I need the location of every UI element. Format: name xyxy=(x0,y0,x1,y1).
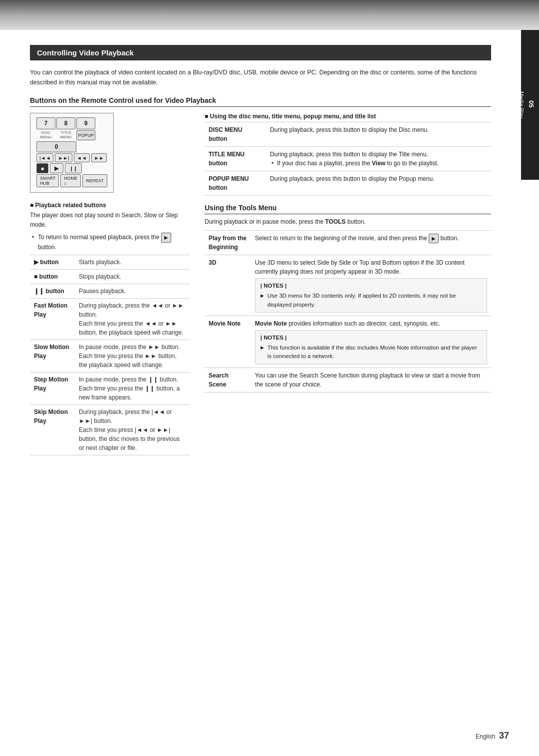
remote-btn-smart: SMARTHUB xyxy=(36,174,59,187)
func-key: Skip MotionPlay xyxy=(30,404,75,455)
func-key: Slow MotionPlay xyxy=(30,340,75,372)
remote-nav-row1: |◄◄ ►►| ◄◄ ►► xyxy=(36,153,107,162)
search-scene-key: Search Scene xyxy=(205,368,251,392)
title-menu-value: During playback, press this button to di… xyxy=(266,147,491,171)
play-beginning-key: Play from theBeginning xyxy=(205,231,251,255)
play-beginning-value: Select to return to the beginning of the… xyxy=(251,231,491,255)
intro-paragraph: You can control the playback of video co… xyxy=(30,67,491,87)
remote-label-row: DISC MENU TITLE MENU POPUP xyxy=(36,130,107,140)
remote-btn-home: HOME⌂ xyxy=(60,174,81,187)
remote-btn-7: 7 xyxy=(36,117,55,129)
notes-item-3d: Use 3D menu for 3D contents only. If app… xyxy=(261,292,482,309)
remote-btn-8: 8 xyxy=(56,117,75,129)
table-row: Step MotionPlay In pause mode, press the… xyxy=(30,372,190,404)
remote-control-diagram: 7 8 9 DISC MENU TITLE MENU POPUP 0 |◄◄ xyxy=(30,113,114,193)
right-column: ■ Using the disc menu, title menu, popup… xyxy=(205,113,491,392)
playback-function-table: ▶ button Starts playback. ■ button Stops… xyxy=(30,255,190,455)
left-column: 7 8 9 DISC MENU TITLE MENU POPUP 0 |◄◄ xyxy=(30,113,190,463)
movie-note-value: Movie Note provides information such as … xyxy=(251,316,491,368)
page-lang-label: English xyxy=(476,733,495,740)
func-key: ▶ button xyxy=(30,255,75,269)
top-decorative-bar xyxy=(0,0,539,30)
remote-btn-stop: ■ xyxy=(36,163,48,173)
table-row: TITLE MENUbutton During playback, press … xyxy=(205,147,491,171)
subsection1-heading: Buttons on the Remote Control used for V… xyxy=(30,96,491,107)
disc-menu-label: DISC MENU xyxy=(36,130,55,140)
table-row: ▶ button Starts playback. xyxy=(30,255,190,269)
func-key: Step MotionPlay xyxy=(30,372,75,404)
search-scene-value: You can use the Search Scene function du… xyxy=(251,368,491,392)
func-value: Pauses playback. xyxy=(75,284,190,298)
func-key: Fast MotionPlay xyxy=(30,298,75,340)
table-row: ■ button Stops playback. xyxy=(30,269,190,284)
table-row: Search Scene You can use the Search Scen… xyxy=(205,368,491,392)
chapter-label: Media Play xyxy=(519,91,525,118)
remote-bottom-row: SMARTHUB HOME⌂ REPEAT xyxy=(36,174,107,187)
movie-note-notes-box: | NOTES | This function is available if … xyxy=(255,330,487,365)
title-menu-key: TITLE MENUbutton xyxy=(205,147,266,171)
title-menu-label: TITLE MENU xyxy=(56,130,75,140)
page-number-area: English 37 xyxy=(476,731,509,741)
remote-number-row: 7 8 9 xyxy=(36,117,107,129)
tools-table: Play from theBeginning Select to return … xyxy=(205,230,491,392)
remote-btn-rew: ◄◄ xyxy=(74,153,90,162)
remote-btn-pause: ❙❙ xyxy=(65,163,82,173)
table-row: Play from theBeginning Select to return … xyxy=(205,231,491,255)
movie-note-key: Movie Note xyxy=(205,316,251,368)
tools-heading: Using the Tools Menu xyxy=(205,204,491,214)
remote-btn-fwd: ►► xyxy=(91,153,107,162)
section-title: Controlling Video Playback xyxy=(30,45,491,60)
main-content: Controlling Video Playback You can contr… xyxy=(0,30,521,493)
func-value: In pause mode, press the ►► button.Each … xyxy=(75,340,190,372)
tools-intro: During playback or in pause mode, press … xyxy=(205,218,491,225)
func-value: Starts playback. xyxy=(75,255,190,269)
remote-play-row: ■ ▶ ❙❙ xyxy=(36,163,107,173)
notes-item-movie: This function is available if the disc i… xyxy=(261,344,482,361)
remote-btn-0: 0 xyxy=(36,141,76,152)
chapter-side-tab: 05 Media Play xyxy=(521,30,539,180)
remote-btn-next: ►►| xyxy=(55,153,72,162)
notes-title-3d: | NOTES | xyxy=(261,282,482,290)
func-key: ❙❙ button xyxy=(30,284,75,298)
3d-notes-box: | NOTES | Use 3D menu for 3D contents on… xyxy=(255,278,487,313)
remote-btn-9: 9 xyxy=(76,117,95,129)
title-menu-bullet: If your disc has a playlist, press the V… xyxy=(270,160,439,167)
play-inline-btn: ▶ xyxy=(161,233,171,243)
remote-btn-play: ▶ xyxy=(50,163,63,173)
popup-btn: POPUP xyxy=(76,130,95,140)
table-row: POPUP MENUbutton During playback, press … xyxy=(205,171,491,196)
chapter-number: 05 xyxy=(528,100,535,107)
remote-zero-row: 0 xyxy=(36,141,107,152)
disc-menu-value: During playback, press this button to di… xyxy=(266,122,491,147)
3d-key: 3D xyxy=(205,255,251,316)
3d-value: Use 3D menu to select Side by Side or To… xyxy=(251,255,491,316)
playback-buttons-label: ■ Playback related buttons xyxy=(30,202,190,209)
func-key: ■ button xyxy=(30,269,75,284)
func-value: In pause mode, press the ❙❙ button.Each … xyxy=(75,372,190,404)
remote-btn-repeat: REPEAT xyxy=(82,174,107,187)
table-row: 3D Use 3D menu to select Side by Side or… xyxy=(205,255,491,316)
play-btn-inline: ▶ xyxy=(429,234,439,243)
two-column-layout: 7 8 9 DISC MENU TITLE MENU POPUP 0 |◄◄ xyxy=(30,113,491,463)
table-row: Fast MotionPlay During playback, press t… xyxy=(30,298,190,340)
func-value: During playback, press the ◄◄ or ►► butt… xyxy=(75,298,190,340)
playback-desc2: To return to normal speed playback, pres… xyxy=(30,233,190,252)
popup-menu-value: During playback, press this button to di… xyxy=(266,171,491,196)
page-number-value: 37 xyxy=(499,731,509,741)
disc-menu-note: ■ Using the disc menu, title menu, popup… xyxy=(205,113,491,120)
table-row: Skip MotionPlay During playback, press t… xyxy=(30,404,190,455)
table-row: Movie Note Movie Note provides informati… xyxy=(205,316,491,368)
table-row: DISC MENUbutton During playback, press t… xyxy=(205,122,491,147)
notes-title-movie: | NOTES | xyxy=(261,334,482,342)
table-row: ❙❙ button Pauses playback. xyxy=(30,284,190,298)
remote-btn-prev: |◄◄ xyxy=(36,153,53,162)
func-value: During playback, press the |◄◄ or ►►| bu… xyxy=(75,404,190,455)
table-row: Slow MotionPlay In pause mode, press the… xyxy=(30,340,190,372)
func-value: Stops playback. xyxy=(75,269,190,284)
disc-menu-key: DISC MENUbutton xyxy=(205,122,266,147)
disc-menu-table: DISC MENUbutton During playback, press t… xyxy=(205,122,491,196)
popup-menu-key: POPUP MENUbutton xyxy=(205,171,266,196)
playback-desc1: The player does not play sound in Search… xyxy=(30,211,190,230)
